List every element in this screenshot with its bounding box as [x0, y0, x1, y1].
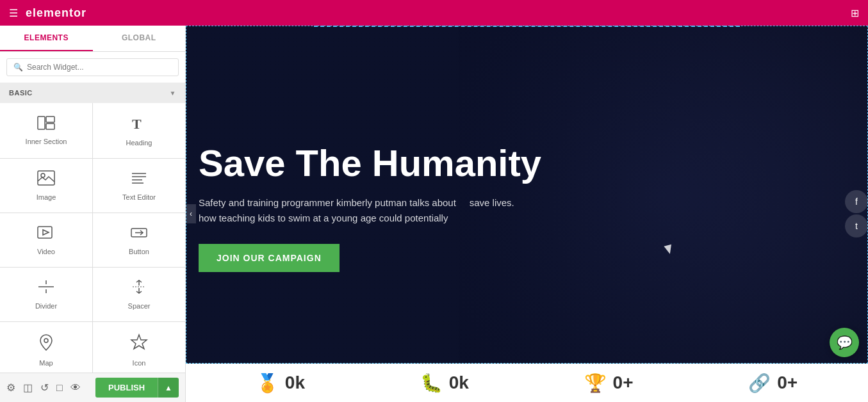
svg-point-5 — [41, 173, 45, 177]
bottom-left-icons: ⚙ ◫ ↺ □ 👁 — [6, 382, 81, 394]
widget-image-label: Image — [37, 193, 56, 201]
hero-subtitle: Safety and training programmer kimberly … — [199, 195, 532, 226]
widget-video[interactable]: Video — [0, 213, 92, 267]
widget-button-label: Button — [129, 248, 149, 255]
tab-elements[interactable]: ELEMENTS — [0, 26, 93, 51]
button-icon — [130, 225, 148, 243]
section-header-basic[interactable]: BASIC ▼ — [0, 83, 185, 103]
hero-title: Save The Humanity — [199, 143, 647, 184]
hero-content: Save The Humanity Safety and training pr… — [199, 143, 647, 272]
inner-section-icon — [37, 116, 55, 133]
widget-spacer-label: Spacer — [128, 302, 151, 310]
widget-button[interactable]: Button — [93, 213, 185, 267]
widget-map[interactable]: Map — [0, 322, 92, 373]
stat-item-0: 🏅 0k — [256, 373, 305, 394]
widget-text-editor[interactable]: Text Editor — [93, 159, 185, 213]
map-icon — [38, 334, 54, 354]
twitter-icon[interactable]: t — [845, 214, 868, 237]
settings-icon[interactable]: ⚙ — [6, 382, 15, 394]
sidebar-tabs: ELEMENTS GLOBAL — [0, 26, 185, 52]
widget-divider-label: Divider — [35, 302, 57, 310]
facebook-icon[interactable]: f — [845, 190, 868, 213]
top-bar: ☰ elementor ⊞ — [0, 0, 868, 26]
widget-spacer[interactable]: Spacer — [93, 268, 185, 321]
widget-heading-label: Heading — [126, 139, 152, 147]
widget-inner-section-label: Inner Section — [26, 138, 67, 145]
search-input[interactable] — [27, 63, 172, 72]
publish-arrow-button[interactable]: ▲ — [158, 378, 179, 398]
campaign-button[interactable]: JOIN OUR CAMPAIGN — [199, 244, 340, 272]
icon-widget-icon — [130, 334, 148, 354]
widgets-grid: Inner Section T Heading — [0, 103, 185, 373]
responsive-icon[interactable]: □ — [56, 382, 63, 394]
left-arrow[interactable]: ‹ — [186, 204, 196, 223]
publish-button[interactable]: PUBLISH — [95, 378, 158, 398]
history-icon[interactable]: ↺ — [40, 382, 49, 394]
search-input-wrapper: 🔍 — [6, 58, 179, 76]
svg-rect-2 — [46, 124, 54, 129]
top-bar-left: ☰ elementor — [9, 6, 86, 20]
main-area: ELEMENTS GLOBAL 🔍 BASIC ▼ — [0, 26, 868, 402]
svg-rect-0 — [38, 117, 45, 129]
stat-item-3: 🔗 0+ — [748, 373, 798, 394]
search-area: 🔍 — [0, 52, 185, 83]
image-icon — [37, 170, 55, 188]
video-icon — [37, 225, 55, 243]
social-sidebar: f t — [845, 190, 868, 237]
divider-icon — [37, 279, 55, 297]
svg-marker-11 — [43, 230, 49, 235]
canvas-frame: Save The Humanity Safety and training pr… — [186, 26, 868, 402]
widget-divider[interactable]: Divider — [0, 268, 92, 321]
svg-point-20 — [44, 339, 48, 342]
stat-icon-1: 🐛 — [420, 373, 443, 394]
canvas-area: Save The Humanity Safety and training pr… — [186, 26, 868, 402]
stat-value-3: 0+ — [777, 373, 798, 393]
widget-icon[interactable]: Icon — [93, 322, 185, 373]
stat-value-1: 0k — [449, 373, 469, 393]
hero-overlay: Save The Humanity Safety and training pr… — [186, 26, 868, 402]
svg-rect-1 — [46, 117, 54, 122]
section-label: BASIC — [9, 89, 33, 97]
sidebar: ELEMENTS GLOBAL 🔍 BASIC ▼ — [0, 26, 186, 402]
bottom-toolbar: ⚙ ◫ ↺ □ 👁 PUBLISH ▲ — [0, 373, 185, 402]
stats-bar: 🏅 0k 🐛 0k 🏆 0+ 🔗 0+ — [186, 364, 868, 402]
layers-icon[interactable]: ◫ — [23, 382, 33, 394]
stat-icon-0: 🏅 — [256, 373, 279, 394]
svg-text:T: T — [132, 116, 142, 131]
widget-image[interactable]: Image — [0, 159, 92, 213]
chat-bubble[interactable]: 💬 — [830, 328, 859, 357]
tab-global[interactable]: GLOBAL — [93, 26, 186, 51]
text-editor-icon — [131, 170, 147, 188]
svg-marker-21 — [131, 335, 147, 349]
stat-value-2: 0+ — [613, 373, 634, 393]
selection-top-border — [314, 26, 740, 27]
stat-item-1: 🐛 0k — [420, 373, 469, 394]
widget-icon-label: Icon — [133, 359, 146, 367]
elementor-logo: elementor — [26, 6, 86, 20]
stat-icon-3: 🔗 — [748, 373, 771, 394]
svg-rect-4 — [38, 171, 54, 185]
widget-text-editor-label: Text Editor — [122, 193, 156, 201]
spacer-icon — [130, 279, 148, 297]
chevron-down-icon: ▼ — [170, 90, 176, 97]
widget-video-label: Video — [37, 248, 55, 255]
search-icon: 🔍 — [13, 63, 23, 72]
widget-inner-section[interactable]: Inner Section — [0, 103, 92, 158]
stat-icon-2: 🏆 — [584, 373, 607, 394]
publish-btn-wrapper: PUBLISH ▲ — [95, 378, 179, 398]
stat-item-2: 🏆 0+ — [584, 373, 634, 394]
stat-value-0: 0k — [285, 373, 305, 393]
widget-map-label: Map — [39, 359, 53, 367]
preview-icon[interactable]: 👁 — [70, 382, 81, 394]
heading-icon: T — [131, 115, 147, 134]
grid-icon[interactable]: ⊞ — [851, 7, 859, 19]
widget-heading[interactable]: T Heading — [93, 103, 185, 158]
hamburger-icon[interactable]: ☰ — [9, 7, 18, 19]
